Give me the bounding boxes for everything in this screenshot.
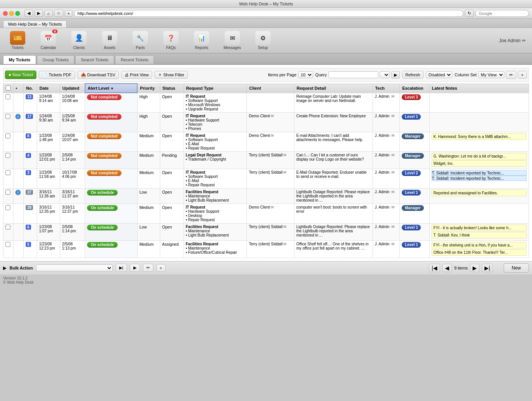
nav-item-reports[interactable]: 📊 Reports [190, 31, 213, 50]
nav-item-clients[interactable]: 👤 Clients [67, 31, 90, 50]
download-tsv-button[interactable]: 📥 Download TSV [77, 71, 119, 79]
disabled-select[interactable]: Disabled [426, 71, 452, 78]
nav-item-tickets[interactable]: 🎫 Tickets [6, 31, 29, 50]
row-detail-cell: Reimage Computer Lab: Update main image … [294, 93, 373, 112]
ticket-id-badge[interactable]: 37 [26, 190, 33, 195]
new-ticket-icon: ● [8, 72, 11, 77]
first-page-btn[interactable]: |◀ [429, 264, 440, 272]
prev-page-btn[interactable]: ◀ [442, 264, 452, 272]
nav-item-calendar[interactable]: 📅 9 Calendar [37, 31, 60, 50]
row-status-cell: Open [160, 132, 184, 151]
bulk-action-select[interactable] [36, 265, 113, 271]
refresh-browser-btn[interactable]: ↻ [465, 10, 474, 17]
nav-item-parts[interactable]: 🔧 Parts [129, 31, 152, 50]
row-checkbox[interactable] [5, 133, 10, 138]
query-go-button[interactable]: ▶ [391, 71, 400, 79]
row-info-cell [13, 151, 24, 169]
expand-icon[interactable]: ▶ [3, 265, 7, 271]
home-btn[interactable]: ⌂ [44, 10, 53, 17]
row-checkbox[interactable] [5, 225, 10, 230]
ticket-id-badge[interactable]: 8 [26, 133, 31, 138]
row-checkbox[interactable] [5, 94, 10, 99]
nav-item-assets[interactable]: 🖥 Assets [98, 31, 121, 50]
nav-label-clients: Clients [73, 46, 85, 50]
ticket-id-badge[interactable]: 17 [26, 114, 33, 119]
row-checkbox[interactable] [5, 205, 10, 210]
row-date-cell: 1/23/0812:01 pm [37, 151, 60, 169]
row-checkbox-cell [3, 132, 13, 151]
browser-toolbar: ◀ ▶ ⌂ ☆ + ↻ [0, 8, 532, 19]
nav-label-calendar: Calendar [41, 46, 56, 50]
maximize-window-btn[interactable] [15, 11, 20, 16]
table-row: 5 1/23/0812:23 pm 2/5/081:13 pm On sched… [3, 240, 529, 258]
items-per-page-select[interactable]: 10 25 50 [298, 71, 313, 78]
tab-my-tickets[interactable]: My Tickets [3, 55, 36, 64]
query-type-select[interactable] [380, 71, 390, 78]
row-escalation-cell: Manager [400, 151, 429, 169]
minimize-window-btn[interactable] [9, 11, 14, 16]
row-checkbox[interactable] [5, 170, 10, 175]
browser-tab[interactable]: Web Help Desk – My Tickets [3, 20, 67, 28]
row-info-cell: i [13, 188, 24, 204]
row-priority-cell: Medium [137, 240, 160, 258]
nav-label-assets: Assets [104, 46, 115, 50]
row-alert-cell: On schedule [85, 223, 137, 240]
row-checkbox[interactable] [5, 242, 10, 247]
nav-item-faqs[interactable]: ❓ FAQs [159, 31, 182, 50]
row-checkbox[interactable] [5, 190, 10, 195]
browser-search-input[interactable] [475, 10, 529, 17]
tab-recent-tickets[interactable]: Recent Tickets [115, 55, 154, 64]
row-info-cell [13, 240, 24, 258]
row-detail-cell: Create Phone Extension: New Employee [294, 112, 373, 132]
ticket-id-badge[interactable]: 13 [26, 94, 33, 99]
traffic-lights [3, 11, 20, 16]
tickets-pdf-button[interactable]: 📄 Tickets PDF [39, 71, 75, 79]
url-input[interactable] [74, 10, 463, 17]
nav-item-setup[interactable]: ⚙ Setup [251, 31, 274, 50]
bulk-add-btn[interactable]: + [156, 264, 166, 272]
query-input[interactable] [328, 71, 378, 78]
tab-group-tickets[interactable]: Group Tickets [37, 55, 74, 64]
ticket-id-badge[interactable]: 6 [26, 225, 31, 230]
new-ticket-button[interactable]: ● New Ticket [5, 71, 36, 79]
escalation-badge: Manager [402, 205, 424, 211]
row-updated-cell: 1/25/089:34 am [60, 112, 85, 132]
row-checkbox[interactable] [5, 153, 10, 158]
ticket-id-badge[interactable]: 3 [26, 170, 31, 175]
row-checkbox[interactable] [5, 114, 10, 119]
close-window-btn[interactable] [3, 11, 8, 16]
ticket-id-badge[interactable]: 5 [26, 242, 31, 247]
show-filter-button[interactable]: ▼ Show Filter [154, 71, 188, 79]
nav-item-messages[interactable]: ✉ Messages [221, 31, 244, 50]
ticket-table: • No. Date Updated Alert Level ▼ Priorit… [3, 83, 529, 258]
row-request-type-cell: Facilities Request• Maintenance• Fixture… [184, 240, 247, 258]
forward-btn[interactable]: ▶ [34, 10, 43, 17]
bulk-edit-btn[interactable]: ✏ [143, 264, 153, 272]
next-page-btn[interactable]: ▶ [470, 264, 479, 272]
row-info-cell [13, 132, 24, 151]
main-content: ● New Ticket 📄 Tickets PDF 📥 Download TS… [0, 65, 532, 261]
refresh-button[interactable]: Refresh [402, 71, 424, 79]
add-tab-btn[interactable]: + [65, 10, 72, 17]
add-column-set-button[interactable]: + [518, 71, 527, 79]
bulk-apply-btn[interactable]: ▶ [130, 264, 140, 272]
row-escalation-cell: Level 1 [400, 240, 429, 258]
ticket-id-badge[interactable]: 4 [26, 153, 31, 158]
last-page-btn[interactable]: ▶| [482, 264, 493, 272]
alert-badge: On schedule [87, 242, 118, 248]
row-updated-cell: 3/16/1111:37 am [60, 188, 85, 204]
tech-email-icon: ✉ [391, 114, 394, 118]
new-button[interactable]: New [504, 263, 529, 273]
edit-column-set-button[interactable]: ✏ [506, 71, 516, 79]
escalation-badge: Level 1 [402, 242, 421, 248]
ticket-id-badge[interactable]: 39 [26, 205, 33, 210]
row-status-cell: Open [160, 188, 184, 204]
back-btn[interactable]: ◀ [25, 10, 33, 17]
print-view-button[interactable]: 🖨 Print View [121, 71, 152, 79]
tab-search-tickets[interactable]: Search Tickets [75, 55, 114, 64]
bulk-first-btn[interactable]: ▶| [116, 264, 127, 272]
bookmark-btn[interactable]: ☆ [54, 10, 63, 17]
column-set-select[interactable]: My View [478, 71, 504, 78]
select-all-checkbox[interactable] [6, 85, 11, 90]
col-alert-level[interactable]: Alert Level ▼ [85, 84, 137, 93]
